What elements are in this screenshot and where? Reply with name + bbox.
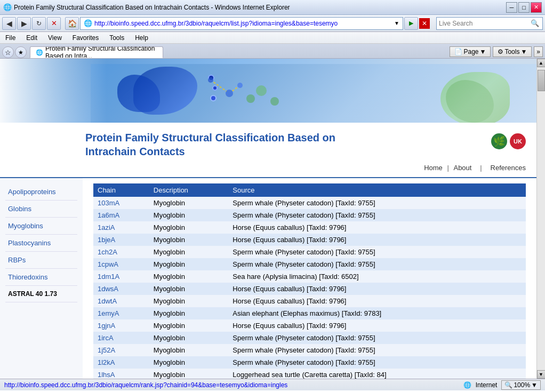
- address-dropdown[interactable]: ▼: [394, 20, 399, 26]
- sidebar-item-globins[interactable]: Globins: [5, 201, 77, 218]
- cell-source: Loggerhead sea turtle (Caretta caretta) …: [228, 369, 526, 379]
- chain-link[interactable]: 1j52A: [98, 346, 115, 354]
- chain-link[interactable]: 1cpwA: [98, 260, 118, 268]
- maximize-button[interactable]: □: [518, 2, 530, 13]
- page-button[interactable]: 📄 Page ▼: [450, 46, 491, 57]
- cell-source: Horse (Equus caballus) [TaxId: 9796]: [228, 319, 526, 332]
- cell-chain: 1emyA: [93, 307, 149, 319]
- tab-main[interactable]: 🌐 Protein Family Structural Classificati…: [30, 46, 163, 58]
- site-title-line1: Protein Family Structural Classification…: [85, 132, 335, 143]
- portuguese-flag[interactable]: 🌿: [491, 133, 507, 149]
- cell-description: Myoglobin: [149, 209, 228, 221]
- svg-point-4: [237, 83, 243, 88]
- chain-link[interactable]: 1lhsA: [98, 371, 115, 379]
- table-row: 1gjnAMyoglobinHorse (Equus caballus) [Ta…: [93, 319, 526, 332]
- home-nav-button[interactable]: 🏠: [65, 17, 79, 30]
- navigation-bar: ◀ ▶ ↻ ✕ 🏠 🌐 ▼ ▶ ✕ 🔍: [0, 15, 545, 32]
- scrollbar-track[interactable]: [537, 67, 546, 370]
- search-button[interactable]: 🔍: [530, 18, 540, 29]
- add-favorites[interactable]: ★: [15, 46, 27, 58]
- status-right: 🌐 Internet 🔍 100% ▼: [463, 380, 541, 390]
- menu-file[interactable]: File: [2, 34, 19, 42]
- table-row: 1a6mAMyoglobinSperm whale (Physeter cato…: [93, 209, 526, 221]
- svg-point-6: [256, 85, 267, 96]
- chain-link[interactable]: 1a6mA: [98, 211, 119, 219]
- menu-help[interactable]: Help: [132, 34, 151, 42]
- cell-source: Horse (Equus caballus) [TaxId: 9796]: [228, 283, 526, 295]
- cell-chain: 1cpwA: [93, 258, 149, 270]
- cell-description: Myoglobin: [149, 270, 228, 283]
- menu-tools[interactable]: Tools: [106, 34, 127, 42]
- zoom-control[interactable]: 🔍 100% ▼: [501, 380, 541, 390]
- cell-description: Myoglobin: [149, 234, 228, 246]
- scrollbar-thumb[interactable]: [538, 70, 545, 91]
- chain-link[interactable]: 1emyA: [98, 309, 119, 317]
- table-row: 1l2kAMyoglobinSperm whale (Physeter cato…: [93, 356, 526, 369]
- chain-link[interactable]: 1gjnA: [98, 322, 115, 330]
- col-description: Description: [149, 183, 228, 197]
- svg-point-7: [270, 97, 279, 106]
- search-bar: 🔍: [436, 17, 543, 30]
- sidebar-item-apolipoproteins[interactable]: Apolipoproteins: [5, 183, 77, 201]
- content-area: Chain Description Source 103mAMyoglobinS…: [83, 178, 536, 379]
- sidebar-item-astral[interactable]: ASTRAL 40 1.73: [5, 286, 77, 302]
- cell-chain: 1ircA: [93, 332, 149, 344]
- sidebar-item-rbps[interactable]: RBPs: [5, 252, 77, 269]
- sidebar: Apolipoproteins Globins Myoglobins Plast…: [0, 178, 83, 379]
- svg-point-5: [246, 94, 255, 103]
- cell-description: Myoglobin: [149, 221, 228, 234]
- chain-link[interactable]: 1dwtA: [98, 297, 117, 305]
- sidebar-item-thioredoxins[interactable]: Thioredoxins: [5, 269, 77, 286]
- chain-link[interactable]: 1dwsA: [98, 285, 118, 293]
- toolbar-expand[interactable]: »: [534, 46, 543, 57]
- chain-link[interactable]: 1aziA: [98, 223, 115, 231]
- stop-x-button[interactable]: ✕: [419, 18, 430, 29]
- english-flag[interactable]: UK: [510, 133, 526, 149]
- nav-separator-2: |: [476, 164, 487, 172]
- cell-source: Sperm whale (Physeter catodon) [TaxId: 9…: [228, 258, 526, 270]
- search-input[interactable]: [439, 20, 528, 27]
- close-button[interactable]: ✕: [531, 2, 542, 13]
- back-button[interactable]: ◀: [2, 17, 16, 30]
- nav-home[interactable]: Home: [424, 164, 443, 172]
- address-input[interactable]: [94, 20, 392, 27]
- menu-favorites[interactable]: Favorites: [69, 34, 102, 42]
- tools-button[interactable]: ⚙ Tools ▼: [493, 46, 532, 57]
- chain-link[interactable]: 1bjeA: [98, 236, 115, 244]
- cell-chain: 1dm1A: [93, 270, 149, 283]
- tools-dropdown-icon: ▼: [520, 48, 527, 55]
- scrollbar[interactable]: ▲ ▼: [536, 59, 545, 379]
- tools-icon: ⚙: [498, 48, 503, 55]
- chain-link[interactable]: 1dm1A: [98, 273, 119, 281]
- minimize-button[interactable]: ─: [506, 2, 517, 13]
- cell-chain: 1ch2A: [93, 246, 149, 258]
- refresh-button[interactable]: ↻: [32, 17, 46, 30]
- go-refresh[interactable]: ▶: [404, 17, 418, 30]
- browser-favicon: 🌐: [3, 3, 12, 11]
- scroll-down-button[interactable]: ▼: [537, 370, 546, 379]
- sidebar-item-plastocyanins[interactable]: Plastocyanins: [5, 235, 77, 252]
- chain-link[interactable]: 1ircA: [98, 334, 114, 342]
- chain-link[interactable]: 1l2kA: [98, 358, 115, 366]
- scroll-up-button[interactable]: ▲: [537, 59, 546, 67]
- favorites-star[interactable]: ☆: [2, 46, 14, 58]
- menu-view[interactable]: View: [45, 34, 65, 42]
- main-layout: Apolipoproteins Globins Myoglobins Plast…: [0, 178, 536, 379]
- forward-button[interactable]: ▶: [17, 17, 31, 30]
- protein-table: Chain Description Source 103mAMyoglobinS…: [93, 183, 526, 379]
- zoom-dropdown-icon: ▼: [531, 381, 538, 389]
- table-row: 103mAMyoglobinSperm whale (Physeter cato…: [93, 197, 526, 209]
- nav-about[interactable]: About: [453, 164, 471, 172]
- cell-description: Myoglobin: [149, 295, 228, 307]
- sidebar-item-myoglobins[interactable]: Myoglobins: [5, 218, 77, 235]
- nav-references[interactable]: References: [491, 164, 526, 172]
- stop-button[interactable]: ✕: [47, 17, 61, 30]
- cell-chain: 1dwsA: [93, 283, 149, 295]
- col-chain: Chain: [93, 183, 149, 197]
- page-label: Page: [463, 48, 478, 55]
- chain-link[interactable]: 1ch2A: [98, 248, 117, 256]
- cell-chain: 1a6mA: [93, 209, 149, 221]
- table-row: 1ch2AMyoglobinSperm whale (Physeter cato…: [93, 246, 526, 258]
- chain-link[interactable]: 103mA: [98, 199, 119, 207]
- menu-edit[interactable]: Edit: [23, 34, 41, 42]
